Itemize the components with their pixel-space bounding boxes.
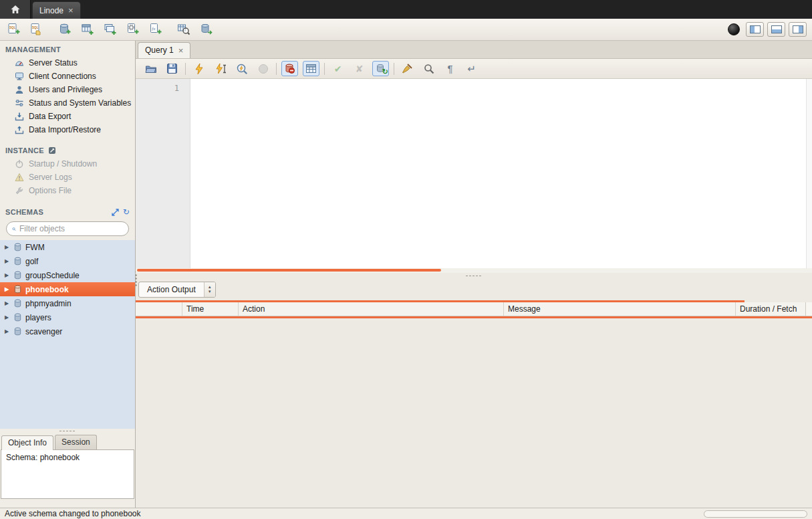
toolbar-separator: [394, 63, 394, 75]
chevron-right-icon[interactable]: ▶: [3, 300, 10, 306]
editor-horizontal-scrollbar[interactable]: [136, 268, 812, 273]
output-view-selector[interactable]: Action Output ▲ ▼: [138, 282, 216, 298]
close-icon[interactable]: ×: [68, 6, 74, 15]
schema-item-phonebook[interactable]: ▶ phonebook: [0, 282, 135, 296]
refresh-schemas-icon[interactable]: ↻: [123, 207, 130, 217]
sidebar-horizontal-splitter[interactable]: [0, 429, 135, 433]
line-number-gutter: 1: [136, 79, 190, 268]
chevron-right-icon[interactable]: ▶: [3, 328, 10, 334]
tab-session[interactable]: Session: [55, 435, 97, 449]
chevron-right-icon[interactable]: ▶: [3, 314, 10, 320]
selector-stepper[interactable]: ▲ ▼: [204, 282, 215, 297]
output-column-duration[interactable]: Duration / Fetch: [736, 302, 805, 316]
beautify-sql-button[interactable]: [399, 61, 416, 76]
toggle-invisible-characters-button[interactable]: ¶: [442, 61, 458, 76]
schema-name: FWM: [25, 243, 45, 252]
instance-actions-icon[interactable]: [48, 146, 56, 154]
sidebar-item-options-file[interactable]: Options File: [0, 184, 135, 197]
section-gap: [0, 197, 135, 203]
sidebar-item-data-import[interactable]: Data Import/Restore: [0, 123, 135, 136]
new-view-icon: [104, 23, 117, 36]
new-table-button[interactable]: [79, 21, 96, 38]
expand-schemas-panel-icon[interactable]: [112, 209, 119, 216]
open-folder-icon: [145, 63, 157, 75]
commit-button[interactable]: ✔: [329, 61, 346, 76]
toggle-limit-rows-button[interactable]: [303, 61, 319, 76]
commit-check-icon: ✔: [334, 64, 342, 74]
close-icon[interactable]: ×: [178, 46, 184, 55]
new-procedure-button[interactable]: [124, 21, 142, 38]
sidebar-item-server-logs[interactable]: Server Logs: [0, 171, 135, 184]
editor-vertical-scrollbar[interactable]: [806, 79, 812, 268]
toggle-right-sidebar-button[interactable]: [789, 22, 807, 37]
statusbar-scrollbar[interactable]: [704, 510, 807, 518]
toggle-stop-on-error-button[interactable]: [281, 61, 298, 76]
sidebar-item-server-status[interactable]: Server Status: [0, 56, 135, 70]
scrollbar-thumb[interactable]: [137, 269, 441, 272]
schema-item-fwm[interactable]: ▶ FWM: [0, 240, 135, 254]
connection-indicator[interactable]: [725, 21, 742, 38]
query-tab-label: Query 1: [145, 45, 174, 55]
new-view-button[interactable]: [102, 21, 119, 38]
schema-filter-box[interactable]: [6, 221, 129, 236]
reconnect-dbms-button[interactable]: [198, 21, 215, 38]
sidebar-item-startup-shutdown[interactable]: Startup / Shutdown: [0, 157, 135, 171]
toggle-word-wrap-button[interactable]: ↵: [463, 61, 480, 76]
home-tab[interactable]: [0, 0, 31, 19]
chevron-right-icon[interactable]: ▶: [3, 244, 10, 250]
connection-tab-linode[interactable]: Linode ×: [32, 1, 81, 19]
find-button[interactable]: [420, 61, 437, 76]
sidebar-item-label: Users and Privileges: [29, 85, 102, 94]
schema-item-golf[interactable]: ▶ golf: [0, 254, 135, 268]
toggle-left-sidebar-button[interactable]: [746, 22, 764, 37]
sidebar-item-client-connections[interactable]: Client Connections: [0, 70, 135, 83]
search-table-data-button[interactable]: [175, 21, 192, 38]
open-sql-script-button[interactable]: SQL: [28, 21, 45, 38]
data-export-icon: [15, 112, 24, 121]
stepper-down-icon: ▼: [208, 290, 212, 294]
execute-query-button[interactable]: [190, 61, 207, 76]
execute-current-statement-button[interactable]: [212, 61, 229, 76]
chevron-right-icon[interactable]: ▶: [3, 258, 10, 264]
schema-item-players[interactable]: ▶ players: [0, 310, 135, 324]
query-tab-1[interactable]: Query 1 ×: [138, 42, 190, 58]
schema-item-scavenger[interactable]: ▶ scavenger: [0, 324, 135, 338]
stop-query-button[interactable]: [255, 61, 271, 76]
output-table-header: Time Action Message Duration / Fetch: [136, 302, 812, 316]
output-column-action[interactable]: Action: [239, 302, 504, 316]
schema-filter-input[interactable]: [19, 224, 123, 233]
sidebar-item-system-variables[interactable]: Status and System Variables: [0, 96, 135, 110]
output-column-message[interactable]: Message: [504, 302, 736, 316]
management-header-label: MANAGEMENT: [5, 45, 61, 54]
explain-query-button[interactable]: [233, 61, 250, 76]
new-function-button[interactable]: fx: [147, 21, 164, 38]
toggle-autocommit-button[interactable]: ↻: [372, 61, 389, 76]
toggle-output-area-button[interactable]: [767, 22, 785, 37]
output-splitter[interactable]: [136, 273, 812, 279]
schema-icon: [13, 313, 22, 322]
new-query-tab-button[interactable]: SQL: [5, 21, 23, 38]
schema-icon: [13, 257, 22, 266]
output-column-time[interactable]: Time: [182, 302, 239, 316]
rollback-button[interactable]: ✘: [351, 61, 368, 76]
sql-editor[interactable]: 1: [136, 79, 812, 268]
sidebar-item-data-export[interactable]: Data Export: [0, 110, 135, 123]
sidebar-item-label: Startup / Shutdown: [29, 159, 97, 169]
schema-item-groupschedule[interactable]: ▶ groupSchedule: [0, 268, 135, 282]
save-script-button[interactable]: [164, 61, 180, 76]
schema-item-phpmyadmin[interactable]: ▶ phpmyadmin: [0, 296, 135, 310]
connection-tab-bar: Linode ×: [0, 0, 812, 19]
output-vertical-scrollbar[interactable]: [805, 302, 812, 316]
output-column-icon[interactable]: [136, 302, 182, 316]
chevron-right-icon[interactable]: ▶: [3, 286, 10, 292]
tab-object-info[interactable]: Object Info: [1, 435, 53, 450]
toggle-right-sidebar-icon: [793, 25, 803, 33]
schema-icon: [13, 271, 22, 280]
new-schema-button[interactable]: [56, 21, 74, 38]
open-sql-script-icon: SQL: [30, 23, 43, 36]
chevron-right-icon[interactable]: ▶: [3, 272, 10, 278]
sidebar-item-users-privileges[interactable]: Users and Privileges: [0, 83, 135, 96]
sql-editor-text[interactable]: [190, 79, 806, 268]
open-script-button[interactable]: [142, 61, 159, 76]
schema-filter-row: [0, 219, 135, 240]
